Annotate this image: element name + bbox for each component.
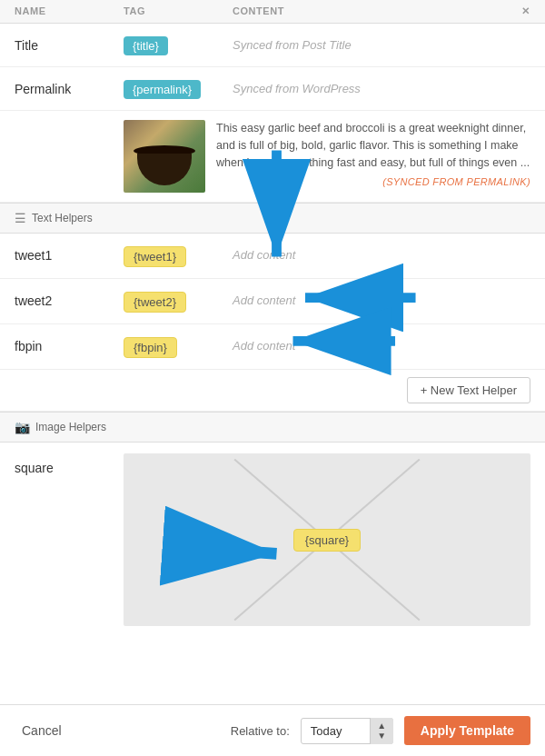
permalink-field-content: Synced from WordPress (233, 78, 530, 95)
square-field-name: square (15, 453, 124, 475)
fbpin-field-tag: {fbpin} (124, 335, 233, 358)
image-helpers-label: Image Helpers (35, 421, 106, 433)
new-text-helper-button[interactable]: + New Text Helper (407, 377, 530, 403)
permalink-row: Permalink {permalink} Synced from WordPr… (0, 67, 545, 111)
permalink-field-tag: {permalink} (124, 78, 233, 99)
fbpin-tag-badge: {fbpin} (124, 337, 177, 358)
title-row: Title {title} Synced from Post Title (0, 24, 545, 67)
food-image (124, 120, 205, 193)
title-field-tag: {title} (124, 35, 233, 55)
content-area: Title {title} Synced from Post Title Per… (0, 24, 545, 704)
close-icon[interactable]: ✕ (509, 5, 530, 17)
description-text-area: This easy garlic beef and broccoli is a … (205, 120, 530, 190)
tweet2-field-tag: {tweet2} (124, 290, 233, 313)
col-content-header: CONTENT (233, 5, 509, 17)
new-text-helper-row: + New Text Helper (0, 370, 545, 412)
relative-to-label: Relative to: (231, 724, 290, 738)
text-helpers-section-header: ☰ Text Helpers (0, 203, 545, 234)
square-image-helper-area: square {square} (0, 443, 545, 637)
tweet2-tag-badge: {tweet2} (124, 292, 186, 313)
synced-label: (SYNCED FROM PERMALINK) (216, 174, 530, 190)
apply-template-button[interactable]: Apply Template (404, 716, 530, 745)
col-tag-header: TAG (124, 5, 233, 17)
relative-to-select[interactable]: Today Yesterday Tomorrow Custom (301, 718, 393, 744)
text-helpers-icon: ☰ (15, 211, 26, 225)
description-text: This easy garlic beef and broccoli is a … (216, 122, 530, 169)
footer: Cancel Relative to: Today Yesterday Tomo… (0, 704, 545, 756)
permalink-field-name: Permalink (15, 78, 124, 96)
square-image-placeholder[interactable]: {square} (124, 453, 530, 626)
tweet2-row: tweet2 {tweet2} Add content (0, 279, 545, 324)
tweet2-content[interactable]: Add content (233, 290, 530, 307)
title-field-content: Synced from Post Title (233, 35, 530, 52)
fbpin-content[interactable]: Add content (233, 335, 530, 353)
tweet2-field-name: tweet2 (15, 290, 124, 308)
description-thumbnail (124, 120, 205, 193)
image-helpers-section-header: 📷 Image Helpers (0, 412, 545, 443)
text-helpers-label: Text Helpers (32, 212, 93, 224)
tweet1-row: tweet1 {tweet1} Add content (0, 234, 545, 279)
fbpin-field-name: fbpin (15, 335, 124, 353)
col-name-header: NAME (15, 5, 124, 17)
main-container: NAME TAG CONTENT ✕ Title {title} Synced … (0, 0, 545, 756)
tweet1-tag-badge: {tweet1} (124, 246, 186, 267)
table-header: NAME TAG CONTENT ✕ (0, 0, 545, 24)
cancel-button[interactable]: Cancel (15, 720, 69, 741)
square-tag-badge: {square} (293, 529, 361, 552)
image-helpers-icon: 📷 (15, 420, 30, 434)
bowl-decoration (137, 154, 192, 185)
title-tag-badge: {title} (124, 36, 168, 55)
tweet1-content[interactable]: Add content (233, 244, 530, 262)
tweet1-field-tag: {tweet1} (124, 244, 233, 267)
relative-select-wrapper: Today Yesterday Tomorrow Custom ▲▼ (301, 718, 393, 744)
fbpin-row: fbpin {fbpin} Add content (0, 324, 545, 370)
title-field-name: Title (15, 35, 124, 53)
permalink-tag-badge: {permalink} (124, 80, 201, 99)
tweet1-field-name: tweet1 (15, 244, 124, 263)
description-row: This easy garlic beef and broccoli is a … (0, 111, 545, 203)
